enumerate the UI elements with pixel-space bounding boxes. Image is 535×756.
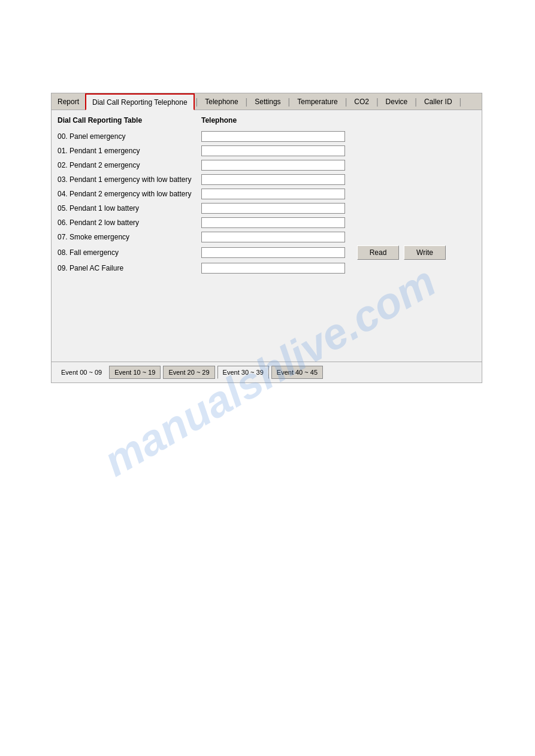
telephone-input-1[interactable]	[201, 145, 345, 156]
bottom-tab-10-19[interactable]: Event 10 ~ 19	[109, 366, 161, 379]
event-label-4: 04. Pendant 2 emergency with low battery	[58, 190, 201, 198]
tab-sep-3: |	[287, 93, 292, 110]
tab-co2[interactable]: CO2	[348, 93, 375, 110]
table-row: 01. Pendant 1 emergency	[58, 145, 476, 157]
tab-settings[interactable]: Settings	[249, 93, 286, 110]
telephone-input-3[interactable]	[201, 174, 345, 185]
telephone-input-7[interactable]	[201, 232, 345, 242]
tab-sep-6: |	[413, 93, 418, 110]
content-area: Dial Call Reporting Table Telephone 00. …	[52, 110, 482, 362]
tab-bar: Report Dial Call Reporting Telephone | T…	[52, 93, 482, 110]
event-label-7: 07. Smoke emergency	[58, 233, 201, 241]
tab-temperature[interactable]: Temperature	[291, 93, 343, 110]
table-row: 05. Pendant 1 low battery	[58, 202, 476, 214]
table-row: 08. Fall emergency Read Write	[58, 245, 476, 260]
table-row: 04. Pendant 2 emergency with low battery	[58, 188, 476, 200]
telephone-input-4[interactable]	[201, 189, 345, 199]
event-label-0: 00. Panel emergency	[58, 132, 201, 141]
tab-report[interactable]: Report	[52, 93, 85, 110]
table-row: 07. Smoke emergency	[58, 231, 476, 243]
event-label-2: 02. Pendant 2 emergency	[58, 161, 201, 169]
table-row: 03. Pendant 1 emergency with low battery	[58, 174, 476, 186]
telephone-input-9[interactable]	[201, 263, 345, 274]
tab-sep-2: |	[244, 93, 249, 110]
event-label-3: 03. Pendant 1 emergency with low battery	[58, 175, 201, 184]
table-header: Dial Call Reporting Table Telephone	[58, 116, 476, 126]
event-label-6: 06. Pendant 2 low battery	[58, 218, 201, 227]
telephone-input-0[interactable]	[201, 131, 345, 142]
tab-caller-id[interactable]: Caller ID	[418, 93, 458, 110]
bottom-tab-30-39[interactable]: Event 30 ~ 39	[217, 366, 269, 379]
event-label-5: 05. Pendant 1 low battery	[58, 204, 201, 212]
telephone-input-2[interactable]	[201, 160, 345, 171]
col-header-event: Dial Call Reporting Table	[58, 116, 201, 125]
tab-telephone[interactable]: Telephone	[199, 93, 244, 110]
telephone-input-5[interactable]	[201, 203, 345, 214]
telephone-input-8[interactable]	[201, 247, 345, 258]
col-header-telephone: Telephone	[201, 116, 237, 125]
tab-device[interactable]: Device	[380, 93, 414, 110]
read-button[interactable]: Read	[357, 245, 399, 260]
bottom-tab-bar: Event 00 ~ 09 Event 10 ~ 19 Event 20 ~ 2…	[52, 362, 482, 382]
event-label-8: 08. Fall emergency	[58, 248, 201, 257]
bottom-tab-20-29[interactable]: Event 20 ~ 29	[163, 366, 214, 379]
event-label-9: 09. Panel AC Failure	[58, 264, 201, 272]
table-row: 00. Panel emergency	[58, 130, 476, 142]
bottom-tab-40-45[interactable]: Event 40 ~ 45	[271, 366, 323, 379]
tab-dial-call-reporting-telephone[interactable]: Dial Call Reporting Telephone	[85, 93, 195, 110]
table-row: 02. Pendant 2 emergency	[58, 159, 476, 171]
telephone-input-6[interactable]	[201, 217, 345, 228]
table-row: 06. Pendant 2 low battery	[58, 217, 476, 229]
main-window: Report Dial Call Reporting Telephone | T…	[51, 93, 482, 383]
bottom-tab-static: Event 00 ~ 09	[56, 366, 107, 379]
tab-sep-7: |	[458, 93, 463, 110]
tab-sep-1: |	[195, 93, 200, 110]
event-label-1: 01. Pendant 1 emergency	[58, 147, 201, 155]
tab-sep-4: |	[344, 93, 349, 110]
write-button[interactable]: Write	[404, 245, 446, 260]
table-row: 09. Panel AC Failure	[58, 262, 476, 274]
tab-sep-5: |	[375, 93, 380, 110]
